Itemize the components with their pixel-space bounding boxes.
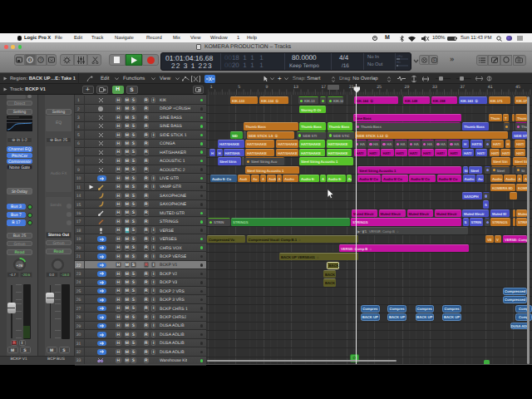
svg-text:+28: +28 (17, 263, 23, 267)
svg-text:i: i (29, 58, 30, 63)
svg-text:?: ? (39, 58, 42, 63)
